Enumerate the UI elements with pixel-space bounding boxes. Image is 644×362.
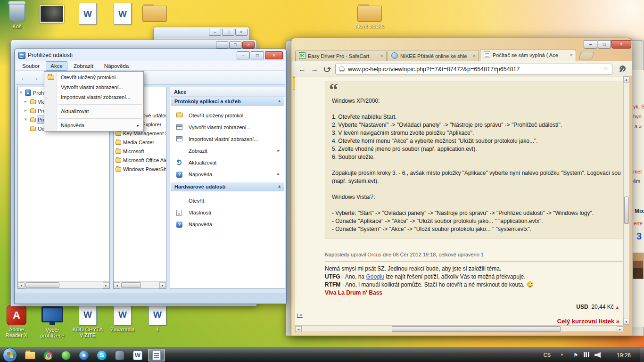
tab-nikee[interactable]: NIKEE Přátelé online ke shle × <box>388 50 479 61</box>
maximize-button[interactable]: □ <box>229 41 241 49</box>
forward-arrow-button[interactable]: → <box>31 73 40 82</box>
list-item[interactable]: Microsoft <box>114 147 166 156</box>
actions-section-header-app-logs[interactable]: Protokoly aplikací a služeb ▴ <box>171 97 284 106</box>
reload-button[interactable] <box>324 66 330 72</box>
action-properties[interactable]: Vlastnosti <box>171 207 284 219</box>
more-link[interactable]: i » <box>297 312 303 318</box>
desktop-icon-browser-chooser[interactable]: Výběr prohlížeče <box>36 306 69 338</box>
taskbar-blue-app[interactable]: e <box>75 349 92 362</box>
minimize-button[interactable]: – <box>584 40 597 49</box>
maximize-button[interactable]: □ <box>598 40 611 49</box>
menu-item-open-saved-log[interactable]: Otevřít uložený protokol... <box>45 73 143 82</box>
clock[interactable]: 19:26 <box>617 352 631 359</box>
action-help[interactable]: Nápověda ▸ <box>171 169 284 181</box>
address-bar[interactable]: www.pc-help.cz/viewtopic.php?f=7&t=87472… <box>335 64 612 74</box>
action-refresh[interactable]: Aktualizovat <box>171 157 284 169</box>
more-link-text[interactable]: i » <box>297 312 303 318</box>
desktop-icon-new-folder[interactable]: Nová složka <box>353 4 387 29</box>
collapse-arrow-icon[interactable]: ▴ <box>278 99 281 103</box>
menu-soubor[interactable]: Soubor <box>17 61 44 71</box>
taskbar-chrome[interactable] <box>40 349 57 362</box>
list-item[interactable]: Media Center <box>114 138 166 147</box>
scrollbar-thumb[interactable] <box>25 282 59 288</box>
menu-item-create-custom-view[interactable]: Vytvořit vlastní zobrazení... <box>45 82 143 92</box>
exchange-list-link[interactable]: Celý kurzovní lístek » <box>446 318 619 325</box>
google-link[interactable]: Googlu <box>366 273 384 280</box>
back-arrow-button[interactable]: ← <box>19 73 29 82</box>
menu-zobrazit[interactable]: Zobrazit <box>69 61 98 71</box>
taskbar-media-player[interactable] <box>111 349 128 362</box>
list-item[interactable]: Windows PowerShell <box>114 165 166 174</box>
volume-icon[interactable] <box>594 352 601 358</box>
expander-icon[interactable]: ▾ <box>20 90 22 95</box>
desktop-icon-word-doc-b[interactable] <box>106 3 140 26</box>
menu-item-help[interactable]: Nápověda ▸ <box>45 121 143 131</box>
action-help-hardware[interactable]: Nápověda <box>171 219 284 230</box>
expander-icon[interactable]: ▾ <box>25 117 27 122</box>
desktop-icon-word-doc-e[interactable]: 1 <box>140 304 174 332</box>
collapse-arrow-icon[interactable]: ▴ <box>278 184 281 189</box>
expander-icon[interactable]: ▸ <box>25 99 27 104</box>
close-button[interactable]: × <box>265 51 283 59</box>
maximize-button[interactable]: □ <box>251 51 264 59</box>
language-indicator[interactable]: CS <box>544 352 551 358</box>
tab-pocitac-se-sam-vypina[interactable]: Počítač se sám vypíná ( Ace × <box>480 49 576 61</box>
vertical-scrollbar[interactable]: ▴ ▾ <box>623 76 629 325</box>
action-import-custom-view[interactable]: Importovat vlastní zobrazení... <box>171 133 284 145</box>
horizontal-scrollbar[interactable]: ◂ ▸ <box>114 281 166 288</box>
taskbar-skype[interactable]: S <box>93 349 110 362</box>
scroll-left-arrow[interactable]: ◂ <box>114 282 120 288</box>
scroll-down-arrow[interactable]: ▾ <box>623 319 629 325</box>
taskbar-event-viewer-active[interactable] <box>148 349 165 362</box>
minimize-button[interactable]: – <box>237 51 250 59</box>
tab-close-icon[interactable]: × <box>570 52 573 58</box>
maximize-button[interactable]: □ <box>222 29 234 36</box>
scroll-right-arrow[interactable]: ▸ <box>159 282 166 288</box>
close-button[interactable]: × <box>235 29 248 36</box>
menu-item-import-custom-view[interactable]: Importovat vlastní zobrazení... <box>45 92 143 102</box>
menu-akce[interactable]: Akce <box>46 61 67 71</box>
minimize-button[interactable]: – <box>216 41 228 49</box>
back-button[interactable]: ← <box>297 65 307 74</box>
close-button[interactable]: × <box>611 40 631 49</box>
action-open[interactable]: Otevřít <box>171 195 284 207</box>
network-icon[interactable] <box>584 352 589 357</box>
scroll-right-arrow[interactable]: ▸ <box>617 326 623 332</box>
action-open-saved-log[interactable]: Otevřít uložený protokol... <box>171 110 284 122</box>
scrollbar-thumb[interactable] <box>392 326 561 332</box>
menu-napoveda[interactable]: Nápověda <box>99 61 133 71</box>
tab-easy-driver-pro[interactable]: SC Easy Driver Pro - SafeCart × <box>295 50 387 61</box>
tab-close-icon[interactable]: × <box>473 53 476 58</box>
close-button[interactable]: × <box>242 41 255 49</box>
scroll-left-arrow[interactable]: ◂ <box>18 282 25 288</box>
scroll-up-arrow[interactable]: ▴ <box>623 76 629 82</box>
bookmark-star-icon[interactable]: ☆ <box>603 65 609 72</box>
horizontal-scrollbar[interactable]: ◂ ▸ <box>295 325 623 331</box>
minimize-button[interactable]: – <box>209 29 221 36</box>
scrollbar-thumb[interactable] <box>121 282 141 288</box>
desktop-icon-folder[interactable] <box>138 4 172 23</box>
scroll-right-arrow[interactable]: ▸ <box>103 282 109 288</box>
desktop-icon-adobe-reader[interactable]: A Adobe Reader X <box>1 305 32 338</box>
taskbar-word[interactable]: W <box>129 349 146 362</box>
menu-item-refresh[interactable]: Aktualizovat <box>45 107 143 116</box>
taskbar-green-app[interactable] <box>58 349 74 362</box>
show-hidden-icons-arrow[interactable]: ▴ <box>561 352 563 356</box>
desktop-icon-photo[interactable] <box>35 5 69 24</box>
new-tab-button[interactable] <box>578 52 594 59</box>
desktop-icon-word-doc-c[interactable]: KDO CHYTÁ V ŽITĚ <box>71 304 105 338</box>
forward-button[interactable]: → <box>310 65 319 74</box>
exchange-list-link-text[interactable]: Celý kurzovní lístek » <box>557 318 619 325</box>
action-center-flag-icon[interactable]: ⚑ <box>573 352 578 358</box>
tab-close-icon[interactable]: × <box>380 53 383 58</box>
scrollbar-thumb[interactable] <box>624 197 629 224</box>
actions-section-header-hardware-events[interactable]: Hardwarové události ▴ <box>171 182 284 191</box>
list-item[interactable]: Microsoft Office Alerts <box>114 156 166 165</box>
scroll-left-arrow[interactable]: ◂ <box>295 326 302 332</box>
taskbar-windows-explorer[interactable] <box>22 349 39 362</box>
expander-icon[interactable]: ▸ <box>25 108 27 113</box>
edited-user-link[interactable]: Orcus <box>368 252 381 257</box>
start-button[interactable] <box>3 348 17 362</box>
wrench-menu-icon[interactable] <box>618 66 626 73</box>
action-view[interactable]: Zobrazit ▸ <box>171 145 284 157</box>
